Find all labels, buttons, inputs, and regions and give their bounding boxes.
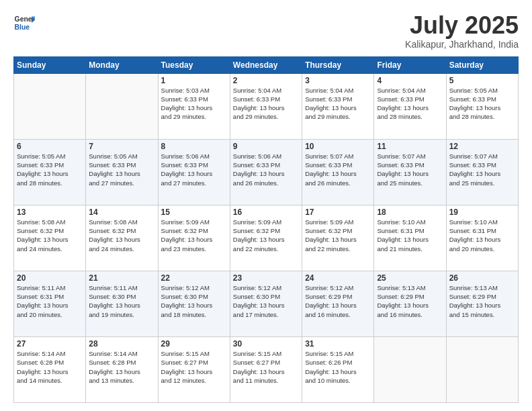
day-number: 18 xyxy=(377,208,443,217)
day-info: Sunrise: 5:05 AM Sunset: 6:33 PM Dayligh… xyxy=(89,152,154,187)
calendar-day-cell: 25Sunrise: 5:13 AM Sunset: 6:29 PM Dayli… xyxy=(374,271,446,336)
calendar-day-cell: 5Sunrise: 5:05 AM Sunset: 6:33 PM Daylig… xyxy=(446,73,518,139)
day-info: Sunrise: 5:07 AM Sunset: 6:33 PM Dayligh… xyxy=(377,152,443,187)
calendar-week-row: 13Sunrise: 5:08 AM Sunset: 6:32 PM Dayli… xyxy=(14,205,519,271)
day-info: Sunrise: 5:12 AM Sunset: 6:30 PM Dayligh… xyxy=(161,283,227,319)
calendar-day-cell: 13Sunrise: 5:08 AM Sunset: 6:32 PM Dayli… xyxy=(14,205,86,271)
day-info: Sunrise: 5:09 AM Sunset: 6:32 PM Dayligh… xyxy=(233,218,299,253)
calendar-day-cell: 28Sunrise: 5:14 AM Sunset: 6:28 PM Dayli… xyxy=(86,336,158,402)
day-number: 5 xyxy=(449,76,515,85)
day-info: Sunrise: 5:15 AM Sunset: 6:26 PM Dayligh… xyxy=(305,349,371,385)
calendar-day-cell: 22Sunrise: 5:12 AM Sunset: 6:30 PM Dayli… xyxy=(158,271,230,336)
calendar-day-cell: 17Sunrise: 5:09 AM Sunset: 6:32 PM Dayli… xyxy=(302,205,374,271)
calendar-week-row: 6Sunrise: 5:05 AM Sunset: 6:33 PM Daylig… xyxy=(14,139,519,205)
day-info: Sunrise: 5:04 AM Sunset: 6:33 PM Dayligh… xyxy=(305,86,371,122)
day-number: 14 xyxy=(89,208,154,217)
day-number: 30 xyxy=(233,339,299,349)
day-info: Sunrise: 5:15 AM Sunset: 6:27 PM Dayligh… xyxy=(233,349,299,385)
day-number: 11 xyxy=(377,142,443,151)
day-info: Sunrise: 5:12 AM Sunset: 6:30 PM Dayligh… xyxy=(233,283,299,319)
calendar-day-cell: 29Sunrise: 5:15 AM Sunset: 6:27 PM Dayli… xyxy=(158,336,230,402)
calendar-day-cell: 15Sunrise: 5:09 AM Sunset: 6:32 PM Dayli… xyxy=(158,205,230,271)
weekday-header-row: SundayMondayTuesdayWednesdayThursdayFrid… xyxy=(14,56,519,73)
day-info: Sunrise: 5:08 AM Sunset: 6:32 PM Dayligh… xyxy=(17,218,83,253)
calendar-day-cell: 31Sunrise: 5:15 AM Sunset: 6:26 PM Dayli… xyxy=(302,336,374,402)
day-info: Sunrise: 5:04 AM Sunset: 6:33 PM Dayligh… xyxy=(377,86,443,122)
empty-day-cell xyxy=(446,336,518,402)
calendar-day-cell: 11Sunrise: 5:07 AM Sunset: 6:33 PM Dayli… xyxy=(374,139,446,205)
logo: General Blue xyxy=(13,12,35,34)
empty-day-cell xyxy=(86,73,158,139)
day-info: Sunrise: 5:07 AM Sunset: 6:33 PM Dayligh… xyxy=(305,152,371,187)
day-info: Sunrise: 5:10 AM Sunset: 6:31 PM Dayligh… xyxy=(449,218,515,253)
weekday-header-thursday: Thursday xyxy=(302,56,374,73)
day-number: 6 xyxy=(17,142,83,151)
calendar-day-cell: 10Sunrise: 5:07 AM Sunset: 6:33 PM Dayli… xyxy=(302,139,374,205)
calendar-day-cell: 3Sunrise: 5:04 AM Sunset: 6:33 PM Daylig… xyxy=(302,73,374,139)
day-info: Sunrise: 5:05 AM Sunset: 6:33 PM Dayligh… xyxy=(449,86,515,122)
calendar-day-cell: 23Sunrise: 5:12 AM Sunset: 6:30 PM Dayli… xyxy=(230,271,302,336)
day-info: Sunrise: 5:14 AM Sunset: 6:28 PM Dayligh… xyxy=(89,349,154,385)
day-info: Sunrise: 5:12 AM Sunset: 6:29 PM Dayligh… xyxy=(305,283,371,319)
empty-day-cell xyxy=(374,336,446,402)
logo-icon: General Blue xyxy=(13,12,35,34)
day-number: 24 xyxy=(305,273,371,283)
title-block: July 2025 Kalikapur, Jharkhand, India xyxy=(405,12,519,50)
day-info: Sunrise: 5:15 AM Sunset: 6:27 PM Dayligh… xyxy=(161,349,227,385)
day-number: 26 xyxy=(449,273,515,283)
day-info: Sunrise: 5:06 AM Sunset: 6:33 PM Dayligh… xyxy=(233,152,299,187)
calendar-week-row: 27Sunrise: 5:14 AM Sunset: 6:28 PM Dayli… xyxy=(14,336,519,402)
day-info: Sunrise: 5:06 AM Sunset: 6:33 PM Dayligh… xyxy=(161,152,227,187)
calendar-day-cell: 16Sunrise: 5:09 AM Sunset: 6:32 PM Dayli… xyxy=(230,205,302,271)
calendar-day-cell: 27Sunrise: 5:14 AM Sunset: 6:28 PM Dayli… xyxy=(14,336,86,402)
weekday-header-sunday: Sunday xyxy=(14,56,86,73)
calendar-week-row: 1Sunrise: 5:03 AM Sunset: 6:33 PM Daylig… xyxy=(14,73,519,139)
day-info: Sunrise: 5:09 AM Sunset: 6:32 PM Dayligh… xyxy=(305,218,371,253)
day-number: 13 xyxy=(17,208,83,217)
day-info: Sunrise: 5:14 AM Sunset: 6:28 PM Dayligh… xyxy=(17,349,83,385)
day-info: Sunrise: 5:11 AM Sunset: 6:31 PM Dayligh… xyxy=(17,283,83,319)
calendar-day-cell: 30Sunrise: 5:15 AM Sunset: 6:27 PM Dayli… xyxy=(230,336,302,402)
location-subtitle: Kalikapur, Jharkhand, India xyxy=(405,39,519,50)
day-number: 21 xyxy=(89,273,154,283)
weekday-header-tuesday: Tuesday xyxy=(158,56,230,73)
day-number: 8 xyxy=(161,142,227,151)
calendar-day-cell: 19Sunrise: 5:10 AM Sunset: 6:31 PM Dayli… xyxy=(446,205,518,271)
weekday-header-monday: Monday xyxy=(86,56,158,73)
day-number: 19 xyxy=(449,208,515,217)
day-info: Sunrise: 5:09 AM Sunset: 6:32 PM Dayligh… xyxy=(161,218,227,253)
day-number: 17 xyxy=(305,208,371,217)
day-number: 23 xyxy=(233,273,299,283)
calendar-week-row: 20Sunrise: 5:11 AM Sunset: 6:31 PM Dayli… xyxy=(14,271,519,336)
calendar-day-cell: 2Sunrise: 5:04 AM Sunset: 6:33 PM Daylig… xyxy=(230,73,302,139)
day-number: 27 xyxy=(17,339,83,349)
calendar-day-cell: 26Sunrise: 5:13 AM Sunset: 6:29 PM Dayli… xyxy=(446,271,518,336)
day-number: 1 xyxy=(161,76,227,85)
day-number: 9 xyxy=(233,142,299,151)
weekday-header-saturday: Saturday xyxy=(446,56,518,73)
weekday-header-friday: Friday xyxy=(374,56,446,73)
day-info: Sunrise: 5:13 AM Sunset: 6:29 PM Dayligh… xyxy=(377,283,443,319)
day-info: Sunrise: 5:11 AM Sunset: 6:30 PM Dayligh… xyxy=(89,283,154,319)
calendar-day-cell: 7Sunrise: 5:05 AM Sunset: 6:33 PM Daylig… xyxy=(86,139,158,205)
day-number: 12 xyxy=(449,142,515,151)
day-info: Sunrise: 5:05 AM Sunset: 6:33 PM Dayligh… xyxy=(17,152,83,187)
calendar-day-cell: 18Sunrise: 5:10 AM Sunset: 6:31 PM Dayli… xyxy=(374,205,446,271)
calendar-day-cell: 20Sunrise: 5:11 AM Sunset: 6:31 PM Dayli… xyxy=(14,271,86,336)
calendar-day-cell: 4Sunrise: 5:04 AM Sunset: 6:33 PM Daylig… xyxy=(374,73,446,139)
weekday-header-wednesday: Wednesday xyxy=(230,56,302,73)
month-year-title: July 2025 xyxy=(405,12,519,39)
empty-day-cell xyxy=(14,73,86,139)
day-number: 28 xyxy=(89,339,154,349)
day-info: Sunrise: 5:13 AM Sunset: 6:29 PM Dayligh… xyxy=(449,283,515,319)
day-info: Sunrise: 5:07 AM Sunset: 6:33 PM Dayligh… xyxy=(449,152,515,187)
day-number: 22 xyxy=(161,273,227,283)
day-number: 20 xyxy=(17,273,83,283)
day-number: 29 xyxy=(161,339,227,349)
day-info: Sunrise: 5:04 AM Sunset: 6:33 PM Dayligh… xyxy=(233,86,299,122)
calendar-day-cell: 8Sunrise: 5:06 AM Sunset: 6:33 PM Daylig… xyxy=(158,139,230,205)
header: General Blue July 2025 Kalikapur, Jharkh… xyxy=(13,12,519,50)
day-number: 10 xyxy=(305,142,371,151)
calendar-day-cell: 21Sunrise: 5:11 AM Sunset: 6:30 PM Dayli… xyxy=(86,271,158,336)
day-number: 2 xyxy=(233,76,299,85)
